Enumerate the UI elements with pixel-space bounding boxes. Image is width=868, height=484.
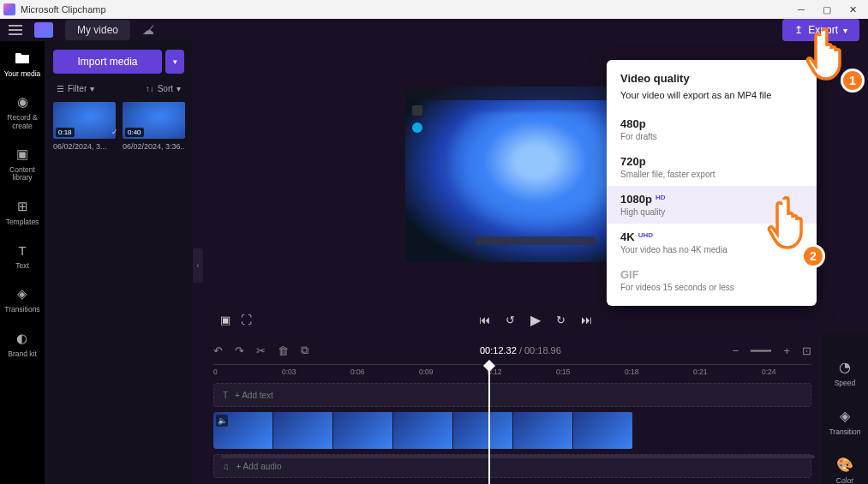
zoom-slider[interactable]: ━━━ bbox=[751, 344, 771, 357]
redo-button[interactable]: ↷ bbox=[235, 344, 244, 357]
sidebar-item-brand-kit[interactable]: ◐ Brand kit bbox=[8, 330, 37, 358]
skip-start-icon[interactable]: ⏮ bbox=[479, 314, 490, 326]
zoom-out-button[interactable]: − bbox=[733, 344, 739, 357]
text-icon: T bbox=[14, 242, 31, 259]
cloud-sync-icon[interactable]: ☁̸ bbox=[142, 23, 154, 37]
quality-option-480p[interactable]: 480p For drafts bbox=[607, 111, 817, 148]
folder-icon bbox=[14, 50, 31, 67]
sidebar-item-your-media[interactable]: Your media bbox=[4, 50, 41, 78]
timeline-ruler[interactable]: 0 0:03 0:06 0:09 0:12 0:15 0:18 0:21 0:2… bbox=[213, 364, 811, 379]
project-name[interactable]: My video bbox=[65, 20, 130, 40]
brand-icon: ◐ bbox=[14, 330, 31, 347]
delete-button[interactable]: 🗑 bbox=[278, 344, 289, 357]
sidebar-item-text[interactable]: T Text bbox=[14, 242, 31, 270]
forward-icon[interactable]: ↻ bbox=[556, 314, 566, 326]
crop-icon[interactable]: ▣ bbox=[220, 314, 230, 326]
import-dropdown[interactable]: ▾ bbox=[165, 50, 184, 74]
library-icon: ▣ bbox=[14, 146, 31, 163]
app-title: Microsoft Clipchamp bbox=[21, 4, 796, 15]
check-icon: ✓ bbox=[111, 128, 118, 136]
media-clip[interactable]: 0:18 ✓ 06/02/2024, 3... bbox=[53, 102, 116, 151]
record-icon: ◉ bbox=[14, 93, 31, 111]
media-clip[interactable]: 0:40 06/02/2024, 3:36... bbox=[123, 102, 185, 151]
chevron-down-icon: ▾ bbox=[90, 84, 94, 93]
import-media-button[interactable]: Import media bbox=[53, 50, 162, 74]
sidebar-item-transitions[interactable]: ◈ Transitions bbox=[4, 285, 39, 314]
edge-icon bbox=[412, 122, 422, 133]
callout-badge-1: 1 bbox=[841, 69, 865, 93]
speed-tool[interactable]: ◔ Speed bbox=[835, 359, 856, 387]
app-header: My video ☁̸ ↥ Export ▾ bbox=[0, 19, 868, 41]
collapse-panel-button[interactable]: ‹ bbox=[193, 248, 203, 283]
app-icon bbox=[3, 3, 15, 15]
skip-end-icon[interactable]: ⏭ bbox=[581, 314, 592, 326]
audio-mute-icon[interactable]: 🔈 bbox=[216, 415, 228, 427]
music-icon: ♫ bbox=[223, 462, 230, 471]
left-sidebar: Your media ◉ Record & create ▣ Content l… bbox=[0, 41, 45, 484]
templates-icon: ⊞ bbox=[14, 198, 31, 215]
sidebar-item-templates[interactable]: ⊞ Templates bbox=[6, 198, 39, 226]
close-button[interactable]: ✕ bbox=[847, 4, 858, 15]
sidebar-item-record[interactable]: ◉ Record & create bbox=[0, 93, 45, 130]
add-text-track[interactable]: T + Add text bbox=[213, 383, 811, 407]
quality-option-720p[interactable]: 720p Smaller file, faster export bbox=[607, 148, 817, 186]
sort-button[interactable]: ↑↓Sort ▾ bbox=[146, 84, 181, 93]
sidebar-item-content-library[interactable]: ▣ Content library bbox=[0, 146, 45, 182]
popup-title: Video quality bbox=[607, 72, 817, 85]
recycle-bin-icon bbox=[412, 105, 422, 116]
titlebar: Microsoft Clipchamp ─ ▢ ✕ bbox=[0, 0, 868, 19]
export-quality-popup: Video quality Your video will export as … bbox=[607, 60, 817, 306]
zoom-fit-button[interactable]: ⊡ bbox=[802, 344, 811, 357]
minimize-button[interactable]: ─ bbox=[796, 4, 806, 15]
transition-icon: ◈ bbox=[840, 408, 850, 424]
video-track[interactable]: 🔈 bbox=[213, 412, 633, 449]
split-button[interactable]: ✂ bbox=[256, 344, 266, 357]
popup-subtitle: Your video will export as an MP4 file bbox=[607, 90, 817, 100]
rewind-icon[interactable]: ↺ bbox=[506, 314, 515, 326]
zoom-in-button[interactable]: + bbox=[783, 344, 790, 357]
right-toolbar: ◔ Speed ◈ Transition 🎨 Color bbox=[822, 333, 868, 484]
maximize-button[interactable]: ▢ bbox=[822, 4, 832, 15]
filter-icon: ☰ bbox=[57, 84, 64, 93]
transitions-icon: ◈ bbox=[14, 285, 31, 302]
text-icon: T bbox=[223, 391, 228, 400]
sort-icon: ↑↓ bbox=[146, 84, 154, 93]
filter-button[interactable]: ☰Filter ▾ bbox=[57, 84, 94, 93]
transition-tool[interactable]: ◈ Transition bbox=[829, 408, 860, 436]
play-button[interactable]: ▶ bbox=[530, 312, 541, 328]
undo-button[interactable]: ↶ bbox=[213, 344, 223, 357]
hamburger-menu[interactable] bbox=[9, 25, 22, 35]
color-icon: 🎨 bbox=[836, 457, 853, 473]
upload-icon: ↥ bbox=[794, 24, 803, 36]
playhead[interactable] bbox=[488, 365, 490, 484]
horizontal-scrollbar[interactable] bbox=[221, 455, 815, 458]
playhead-time: 00:12.32 / 00:18.96 bbox=[320, 345, 721, 356]
quality-option-gif[interactable]: GIF For videos 15 seconds or less bbox=[607, 261, 817, 299]
duplicate-button[interactable]: ⧉ bbox=[301, 344, 308, 357]
callout-badge-2: 2 bbox=[801, 244, 825, 268]
expand-icon[interactable]: ⛶ bbox=[241, 314, 252, 326]
speed-icon: ◔ bbox=[839, 359, 851, 375]
media-panel: Import media ▾ ☰Filter ▾ ↑↓Sort ▾ 0:18 ✓… bbox=[45, 41, 193, 484]
chevron-down-icon: ▾ bbox=[177, 84, 181, 93]
color-tool[interactable]: 🎨 Color bbox=[836, 457, 853, 484]
logo-icon bbox=[34, 22, 53, 38]
